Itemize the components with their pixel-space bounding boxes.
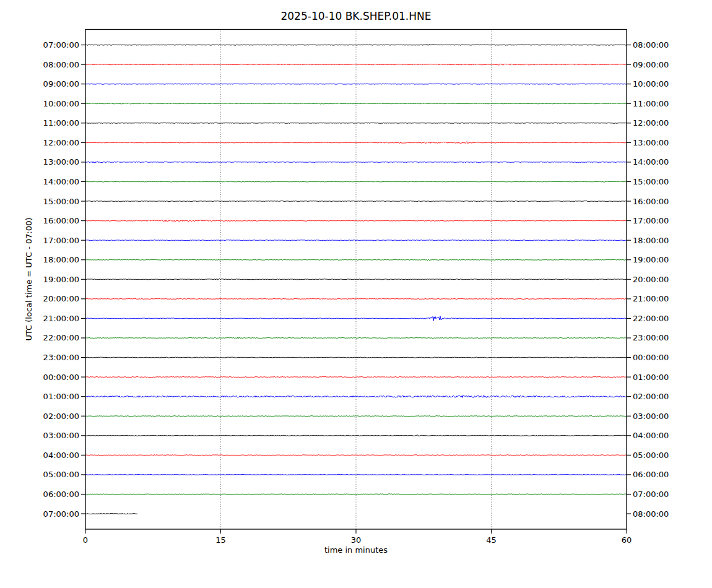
- right-time-tick-label: 15:00:00: [633, 177, 669, 186]
- x-tick-label: 0: [83, 535, 88, 545]
- left-time-tick-label: 18:00:00: [43, 255, 79, 264]
- left-time-tick-label: 12:00:00: [43, 138, 79, 147]
- left-time-tick-label: 14:00:00: [43, 177, 79, 186]
- left-time-tick-label: 02:00:00: [43, 412, 79, 421]
- trace-layer: [85, 44, 627, 514]
- right-time-tick-label: 13:00:00: [633, 138, 669, 147]
- right-time-tick-label: 00:00:00: [633, 353, 669, 362]
- right-time-tick-label: 18:00:00: [633, 236, 669, 245]
- left-time-tick-label: 15:00:00: [43, 197, 79, 206]
- right-time-tick-label: 08:00:00: [633, 40, 669, 50]
- right-time-tick-label: 05:00:00: [633, 451, 669, 460]
- right-time-tick-label: 11:00:00: [633, 99, 669, 108]
- left-time-tick-label: 00:00:00: [43, 373, 79, 382]
- left-time-tick-label: 19:00:00: [43, 275, 79, 284]
- right-time-tick-label: 16:00:00: [633, 197, 669, 206]
- helicorder-svg: 07:00:0008:00:0008:00:0009:00:0009:00:00…: [0, 0, 712, 588]
- right-time-tick-label: 08:00:00: [633, 509, 669, 519]
- x-axis-label: time in minutes: [0, 545, 712, 555]
- left-time-tick-label: 22:00:00: [43, 333, 79, 342]
- right-time-tick-label: 01:00:00: [633, 373, 669, 382]
- right-time-tick-label: 14:00:00: [633, 157, 669, 166]
- left-time-tick-label: 08:00:00: [43, 60, 79, 69]
- right-time-tick-label: 02:00:00: [633, 392, 669, 401]
- left-time-tick-label: 06:00:00: [43, 490, 79, 499]
- x-tick-label: 15: [215, 535, 226, 545]
- right-time-tick-label: 21:00:00: [633, 294, 669, 303]
- right-time-tick-label: 20:00:00: [633, 275, 669, 284]
- right-time-tick-label: 23:00:00: [633, 333, 669, 342]
- x-tick-label: 30: [351, 535, 362, 545]
- left-time-tick-label: 03:00:00: [43, 431, 79, 440]
- helicorder-figure: 2025-10-10 BK.SHEP.01.HNE UTC (local tim…: [0, 0, 712, 588]
- left-time-tick-label: 10:00:00: [43, 99, 79, 108]
- right-time-tick-label: 19:00:00: [633, 255, 669, 264]
- left-time-tick-label: 07:00:00: [43, 40, 79, 50]
- left-time-tick-label: 04:00:00: [43, 451, 79, 460]
- left-time-tick-label: 20:00:00: [43, 294, 79, 303]
- left-time-tick-label: 07:00:00: [43, 509, 79, 519]
- right-time-tick-label: 17:00:00: [633, 216, 669, 225]
- right-time-tick-label: 12:00:00: [633, 118, 669, 128]
- x-tick-label: 45: [486, 535, 497, 545]
- right-time-tick-label: 22:00:00: [633, 314, 669, 323]
- left-time-tick-label: 23:00:00: [43, 353, 79, 362]
- right-time-tick-label: 10:00:00: [633, 79, 669, 89]
- left-time-tick-label: 16:00:00: [43, 216, 79, 225]
- left-time-tick-label: 05:00:00: [43, 470, 79, 479]
- x-tick-label: 60: [622, 535, 632, 545]
- right-time-tick-label: 03:00:00: [633, 412, 669, 421]
- left-time-tick-label: 01:00:00: [43, 392, 79, 401]
- right-time-tick-label: 07:00:00: [633, 490, 669, 499]
- right-time-tick-label: 04:00:00: [633, 431, 669, 440]
- left-time-tick-label: 09:00:00: [43, 79, 79, 89]
- left-time-tick-label: 11:00:00: [43, 118, 79, 128]
- left-time-tick-label: 17:00:00: [43, 236, 79, 245]
- right-time-tick-label: 09:00:00: [633, 60, 669, 69]
- left-time-tick-label: 13:00:00: [43, 157, 79, 166]
- left-time-tick-label: 21:00:00: [43, 314, 79, 323]
- right-time-tick-label: 06:00:00: [633, 470, 669, 479]
